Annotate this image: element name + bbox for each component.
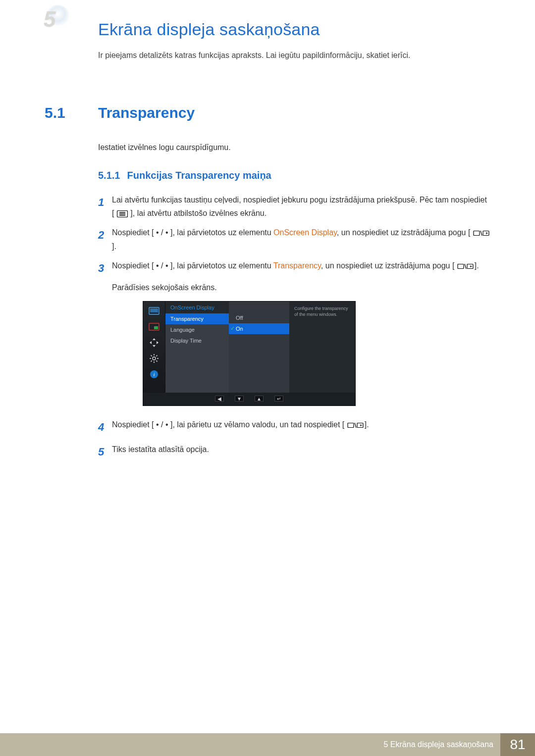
step-text: Lai atvērtu funkcijas taustiņu ceļvedi, … (112, 193, 490, 220)
step-number: 4 (98, 418, 112, 436)
step-note: Parādīsies sekojošais ekrāns. (112, 283, 490, 292)
osd-icon-info: i (148, 369, 160, 380)
step-list: 1 Lai atvērtu funkcijas taustiņu ceļvedi… (98, 193, 490, 461)
osd-menu-column: OnScreen Display Transparency Language D… (165, 302, 229, 393)
osd-icon-settings (148, 353, 160, 364)
osd-sidebar: i (143, 302, 165, 393)
highlight-transparency: Transparency (273, 261, 321, 270)
step-3: 3 Nospiediet [ • / • ], lai pārvietotos … (98, 259, 490, 277)
step-number: 2 (98, 226, 112, 252)
osd-nav-up-icon: ▲ (255, 396, 264, 402)
step-1: 1 Lai atvērtu funkcijas taustiņu ceļvedi… (98, 193, 490, 220)
osd-nav-enter-icon: ↵ (274, 396, 283, 402)
subsection-title: Funkcijas Transparency maiņa (127, 170, 271, 181)
section-title: Transparency (98, 104, 195, 121)
svg-line-5 (481, 231, 482, 236)
enter-source-icon (347, 422, 365, 429)
chapter-intro: Ir pieejams detalizēts katras funkcijas … (98, 51, 490, 60)
step-text: Tiks iestatīta atlasītā opcija. (112, 443, 490, 461)
osd-menu-item: Language (165, 324, 229, 335)
svg-line-19 (151, 355, 152, 356)
subsection-number: 5.1.1 (98, 170, 120, 181)
step-number: 1 (98, 193, 112, 220)
svg-text:i: i (153, 371, 155, 377)
svg-rect-7 (458, 264, 464, 268)
svg-rect-13 (154, 326, 158, 329)
section-number: 5.1 (45, 104, 98, 121)
step-number: 5 (98, 443, 112, 461)
svg-rect-25 (348, 423, 354, 427)
svg-line-8 (465, 264, 466, 269)
osd-header: OnScreen Display (165, 302, 229, 313)
svg-point-14 (153, 357, 156, 360)
osd-option-selected: On (229, 323, 289, 334)
osd-icon-onscreen (148, 321, 160, 332)
step-text: Nospiediet [ • / • ], lai pārvietotos uz… (112, 259, 490, 277)
step-2: 2 Nospiediet [ • / • ], lai pārvietotos … (98, 226, 490, 252)
svg-rect-4 (474, 231, 480, 236)
page-footer: 5 Ekrāna displeja saskaņošana 81 (0, 733, 535, 756)
osd-nav-down-icon: ▼ (235, 396, 244, 402)
svg-line-22 (151, 361, 152, 362)
chapter-number-graphic: 5 (44, 5, 73, 30)
svg-rect-11 (150, 308, 158, 312)
step-5: 5 Tiks iestatīta atlasītā opcija. (98, 443, 490, 461)
footer-page-number: 81 (500, 733, 535, 756)
osd-help-column: Configure the transparency of the menu w… (289, 302, 355, 393)
osd-menu-item: Transparency (165, 313, 229, 324)
footer-chapter-label: 5 Ekrāna displeja saskaņošana (377, 733, 500, 756)
menu-icon (116, 210, 128, 217)
osd-screenshot: i OnScreen Display Transparency Language… (143, 301, 356, 406)
section-intro: Iestatiet izvēlnes logu caurspīdīgumu. (98, 143, 490, 152)
step-text: Nospiediet [ • / • ], lai pārietu uz vēl… (112, 418, 490, 436)
osd-options-column: Off On (229, 302, 289, 393)
osd-option: Off (229, 312, 289, 323)
osd-icon-picture (148, 305, 160, 316)
svg-line-21 (156, 355, 157, 356)
osd-nav-left-icon: ◀ (215, 396, 224, 402)
osd-help-text: Configure the transparency of the menu w… (294, 305, 350, 317)
osd-nav-hints: ◀ ▼ ▲ ↵ (143, 393, 355, 402)
step-text: Nospiediet [ • / • ], lai pārvietotos uz… (112, 226, 490, 252)
enter-source-icon (457, 263, 475, 270)
enter-source-icon (473, 230, 490, 237)
step-4: 4 Nospiediet [ • / • ], lai pārietu uz v… (98, 418, 490, 436)
svg-line-26 (355, 423, 356, 428)
highlight-onscreen-display: OnScreen Display (273, 228, 337, 237)
step-number: 3 (98, 259, 112, 277)
osd-icon-move (148, 337, 160, 348)
svg-line-20 (156, 361, 157, 362)
chapter-title: Ekrāna displeja saskaņošana (98, 20, 490, 39)
osd-menu-item: Display Time (165, 335, 229, 346)
